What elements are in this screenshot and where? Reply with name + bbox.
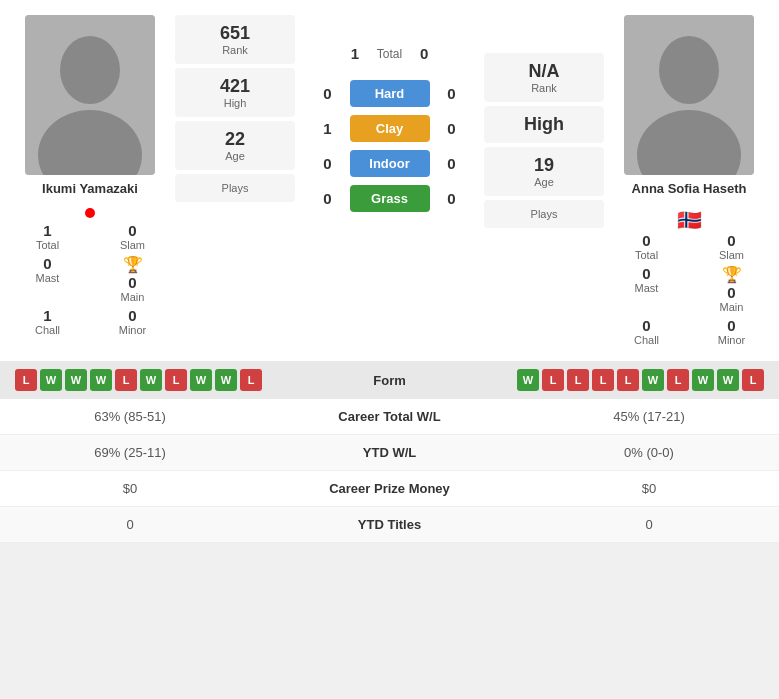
- left-main-value: 0: [128, 274, 136, 291]
- right-chall-value: 0: [642, 317, 650, 334]
- right-mast-value: 0: [642, 265, 650, 282]
- right-stats-panel: N/A Rank High 19 Age Plays: [484, 15, 604, 346]
- form-badge: L: [667, 369, 689, 391]
- plays-box: Plays: [175, 174, 295, 202]
- right-player-name: Anna Sofia Haseth: [632, 181, 747, 196]
- main-container: Ikumi Yamazaki 1 Total 0 Slam 0 Mast 🏆 0: [0, 0, 779, 543]
- right-plays-box: Plays: [484, 200, 604, 228]
- grass-row: 0 Grass 0: [300, 185, 479, 212]
- total-left: 1: [345, 45, 365, 62]
- form-badge: W: [517, 369, 539, 391]
- form-badge: W: [215, 369, 237, 391]
- right-total-block: 0 Total: [609, 232, 684, 261]
- stats-row-label: Career Total W/L: [230, 409, 549, 424]
- total-row: 1 Total 0: [300, 45, 479, 72]
- hard-row: 0 Hard 0: [300, 80, 479, 107]
- right-chall-block: 0 Chall: [609, 317, 684, 346]
- form-badge: L: [15, 369, 37, 391]
- right-minor-label: Minor: [718, 334, 746, 346]
- form-badge: W: [692, 369, 714, 391]
- right-trophy-block: 🏆 0 Main: [694, 265, 769, 313]
- left-minor-block: 0 Minor: [95, 307, 170, 336]
- right-plays-label: Plays: [488, 208, 600, 220]
- right-age-label: Age: [488, 176, 600, 188]
- age-value: 22: [179, 129, 291, 150]
- form-badge: W: [717, 369, 739, 391]
- high-box: 421 High: [175, 68, 295, 117]
- stats-right-value: 45% (17-21): [549, 409, 749, 424]
- stats-row-label: Career Prize Money: [230, 481, 549, 496]
- clay-right: 0: [442, 120, 462, 137]
- right-minor-block: 0 Minor: [694, 317, 769, 346]
- grass-button: Grass: [350, 185, 430, 212]
- svg-point-1: [60, 36, 120, 104]
- left-player-name: Ikumi Yamazaki: [42, 181, 138, 196]
- rank-label: Rank: [179, 44, 291, 56]
- stats-row: 63% (85-51)Career Total W/L45% (17-21): [0, 399, 779, 435]
- indoor-left: 0: [318, 155, 338, 172]
- left-total-label: Total: [36, 239, 59, 251]
- right-player-avatar: [624, 15, 754, 175]
- stats-right-value: 0% (0-0): [549, 445, 749, 460]
- stats-row-label: YTD W/L: [230, 445, 549, 460]
- stats-right-value: 0: [549, 517, 749, 532]
- form-badge: L: [240, 369, 262, 391]
- left-chall-block: 1 Chall: [10, 307, 85, 336]
- hard-right: 0: [442, 85, 462, 102]
- player-section: Ikumi Yamazaki 1 Total 0 Slam 0 Mast 🏆 0: [0, 0, 779, 361]
- form-label: Form: [373, 373, 406, 388]
- stats-row: 69% (25-11)YTD W/L0% (0-0): [0, 435, 779, 471]
- stats-row-label: YTD Titles: [230, 517, 549, 532]
- right-high-value: High: [488, 114, 600, 135]
- hard-left: 0: [318, 85, 338, 102]
- right-slam-block: 0 Slam: [694, 232, 769, 261]
- total-right: 0: [414, 45, 434, 62]
- high-label: High: [179, 97, 291, 109]
- form-badge: L: [542, 369, 564, 391]
- left-chall-value: 1: [43, 307, 51, 324]
- form-badge: L: [742, 369, 764, 391]
- left-country-dot: [85, 208, 95, 218]
- svg-point-4: [659, 36, 719, 104]
- right-rank-label: Rank: [488, 82, 600, 94]
- right-main-value: 0: [727, 284, 735, 301]
- right-form-badges: WLLLLWLWWL: [517, 369, 764, 391]
- hard-button: Hard: [350, 80, 430, 107]
- left-player-stats: 1 Total 0 Slam 0 Mast 🏆 0 Main 1: [10, 222, 170, 336]
- stats-left-value: 69% (25-11): [30, 445, 230, 460]
- form-badge: W: [140, 369, 162, 391]
- form-badge: L: [617, 369, 639, 391]
- left-player-avatar: [25, 15, 155, 175]
- left-slam-value: 0: [128, 222, 136, 239]
- middle-panel: 651 Rank 421 High 22 Age Plays: [175, 15, 295, 346]
- court-section: 1 Total 0 0 Hard 0 1 Clay 0 0 Indoor 0: [300, 15, 479, 346]
- left-minor-label: Minor: [119, 324, 147, 336]
- clay-button: Clay: [350, 115, 430, 142]
- left-form-badges: LWWWLWLWWL: [15, 369, 262, 391]
- clay-left: 1: [318, 120, 338, 137]
- right-trophy-icon: 🏆: [722, 265, 742, 284]
- form-badge: W: [642, 369, 664, 391]
- right-slam-label: Slam: [719, 249, 744, 261]
- form-section: LWWWLWLWWL Form WLLLLWLWWL: [0, 361, 779, 399]
- stats-left-value: 63% (85-51): [30, 409, 230, 424]
- right-mast-label: Mast: [635, 282, 659, 294]
- right-age-box: 19 Age: [484, 147, 604, 196]
- right-rank-box: N/A Rank: [484, 53, 604, 102]
- left-trophy-icon: 🏆: [123, 255, 143, 274]
- indoor-right: 0: [442, 155, 462, 172]
- total-label: Total: [377, 47, 402, 61]
- age-box: 22 Age: [175, 121, 295, 170]
- stats-left-value: 0: [30, 517, 230, 532]
- grass-left: 0: [318, 190, 338, 207]
- stats-left-value: $0: [30, 481, 230, 496]
- right-rank-value: N/A: [488, 61, 600, 82]
- left-slam-label: Slam: [120, 239, 145, 251]
- left-minor-value: 0: [128, 307, 136, 324]
- right-high-box: High: [484, 106, 604, 143]
- left-mast-value: 0: [43, 255, 51, 272]
- right-age-value: 19: [488, 155, 600, 176]
- left-trophy-block: 🏆 0 Main: [95, 255, 170, 303]
- age-label: Age: [179, 150, 291, 162]
- left-mast-label: Mast: [36, 272, 60, 284]
